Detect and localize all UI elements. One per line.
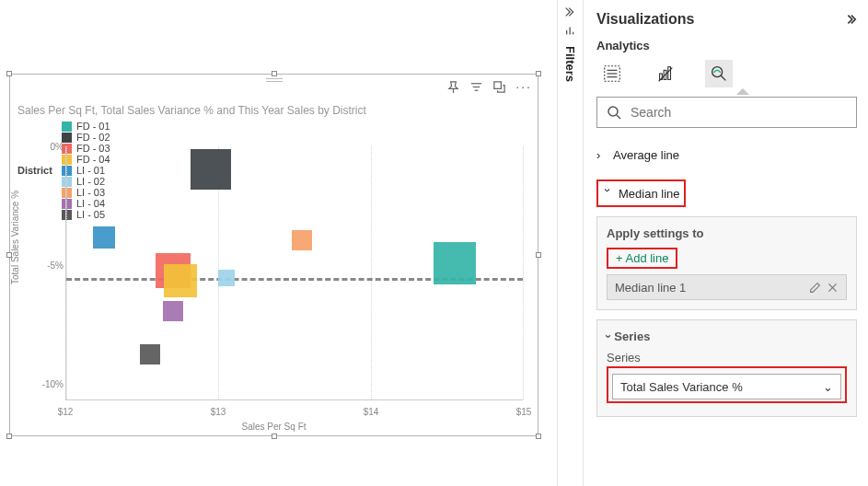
pin-icon[interactable]: [446, 80, 460, 94]
svg-rect-4: [494, 81, 502, 88]
x-tick: $12: [58, 407, 74, 417]
data-point[interactable]: [140, 344, 160, 364]
report-canvas: ··· Sales Per Sq Ft, Total Sales Varianc…: [0, 0, 557, 486]
x-tick: $15: [516, 407, 532, 417]
analytics-tab-icon[interactable]: [705, 60, 733, 87]
svg-line-16: [721, 75, 725, 80]
pane-subtitle: Analytics: [596, 39, 857, 52]
more-options-icon[interactable]: ···: [515, 80, 532, 94]
series-section-header[interactable]: › Series: [607, 330, 847, 343]
chevron-right-icon[interactable]: [844, 13, 857, 26]
data-point[interactable]: [164, 264, 197, 297]
search-input-wrap[interactable]: [596, 97, 857, 128]
search-input[interactable]: [629, 104, 847, 121]
x-tick: $13: [211, 407, 226, 417]
series-selected-value: Total Sales Variance %: [620, 380, 743, 394]
format-visual-tab-icon[interactable]: [652, 60, 679, 87]
data-point[interactable]: [218, 270, 235, 286]
build-visual-tab-icon[interactable]: [598, 60, 626, 87]
series-field-label: Series: [607, 351, 847, 364]
data-point[interactable]: [163, 301, 183, 321]
series-card: › Series Series Total Sales Variance % ⌄: [596, 319, 857, 417]
data-point[interactable]: [434, 242, 476, 284]
filter-icon[interactable]: [469, 80, 483, 94]
pane-title: Visualizations: [596, 11, 694, 28]
average-line-section[interactable]: › Average line: [596, 141, 857, 168]
resize-handle[interactable]: [536, 252, 541, 258]
y-axis-label: Total Sales Variance %: [10, 191, 20, 284]
drag-handle-icon[interactable]: [266, 78, 283, 82]
filter-bars-icon: [564, 24, 577, 37]
filters-pane-collapsed[interactable]: Filters: [557, 0, 583, 486]
chevron-down-icon: ›: [602, 334, 616, 338]
chevron-down-icon: ›: [601, 188, 615, 199]
resize-handle[interactable]: [272, 434, 277, 439]
x-tick: $14: [364, 407, 379, 417]
median-line-item[interactable]: Median line 1: [607, 274, 847, 300]
data-point[interactable]: [93, 226, 115, 249]
plot-area: [65, 146, 523, 400]
focus-mode-icon[interactable]: [492, 80, 506, 94]
edit-icon[interactable]: [809, 282, 821, 294]
apply-settings-label: Apply settings to: [607, 226, 847, 240]
average-line-label: Average line: [613, 148, 679, 162]
svg-rect-14: [668, 67, 671, 80]
tab-pointer-icon: [736, 88, 749, 95]
filters-pane-label: Filters: [563, 46, 577, 82]
search-icon: [607, 105, 621, 120]
y-tick: -10%: [38, 379, 64, 389]
data-point[interactable]: [191, 149, 231, 190]
median-line-section[interactable]: › Median line: [602, 183, 680, 203]
line-item-name: Median line 1: [615, 281, 686, 295]
visualizations-pane: Visualizations Analytics › Average line …: [583, 0, 868, 486]
y-tick: -5%: [38, 260, 64, 271]
chevron-down-icon: ⌄: [823, 380, 833, 394]
chart-visual[interactable]: ··· Sales Per Sq Ft, Total Sales Varianc…: [9, 74, 538, 436]
chevron-right-icon: ›: [596, 148, 608, 162]
close-icon[interactable]: [827, 282, 839, 294]
x-axis-label: Sales Per Sq Ft: [241, 422, 306, 432]
legend-item[interactable]: FD - 02: [62, 132, 110, 143]
add-line-button[interactable]: + Add line: [612, 249, 672, 267]
legend-item[interactable]: FD - 01: [62, 121, 110, 132]
series-dropdown[interactable]: Total Sales Variance % ⌄: [612, 374, 841, 399]
data-point[interactable]: [292, 230, 312, 250]
y-tick: 0%: [38, 142, 64, 152]
chevron-left-icon[interactable]: [564, 6, 577, 18]
svg-point-17: [608, 107, 618, 116]
apply-settings-card: Apply settings to + Add line Median line…: [596, 216, 857, 310]
resize-handle[interactable]: [6, 434, 12, 439]
median-line-label: Median line: [619, 187, 680, 201]
chart-title: Sales Per Sq Ft, Total Sales Variance % …: [10, 98, 538, 121]
resize-handle[interactable]: [536, 434, 541, 439]
svg-line-18: [617, 115, 620, 119]
